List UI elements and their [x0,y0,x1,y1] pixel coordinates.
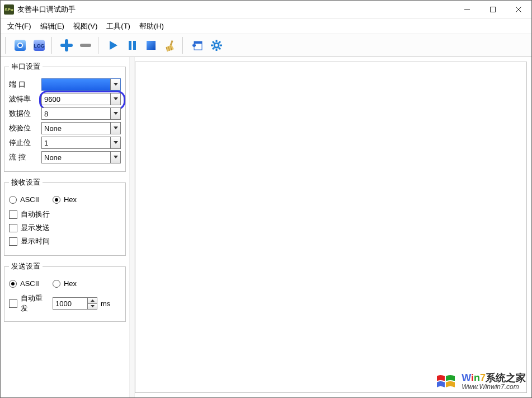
clear-button[interactable] [161,36,179,54]
interval-unit: ms [101,299,110,308]
baud-combo[interactable]: 9600 [41,93,121,105]
watermark-brand: Win7系统之家 [462,373,526,384]
watermark-url: Www.Winwin7.com [462,383,526,391]
watermark: Win7系统之家 Www.Winwin7.com [435,371,526,393]
svg-rect-15 [147,41,156,50]
checkbox-icon [9,299,17,308]
window-title: 友善串口调试助手 [17,4,76,15]
send-hex-label: Hex [64,279,77,288]
log-button[interactable]: LOG [30,36,48,54]
sidebar: 串口设置 端 口 波特率 9600 [1,57,129,397]
toolbar-divider-1 [51,37,54,54]
stopbits-value: 1 [44,139,48,147]
resend-interval-value: 1000 [55,299,72,308]
vertical-splitter[interactable] [129,57,135,397]
menu-edit[interactable]: 编辑(E) [37,20,68,32]
remove-button[interactable] [77,36,95,54]
parity-combo[interactable]: None [41,122,121,134]
stopbits-combo[interactable]: 1 [41,137,121,149]
send-hex-radio[interactable]: Hex [53,279,77,288]
recv-mode-group: ASCII Hex [9,195,121,204]
svg-marker-12 [110,41,117,50]
svg-marker-34 [114,83,118,86]
gear-icon [210,39,223,51]
settings-button[interactable] [208,36,225,54]
baud-label: 波特率 [9,94,38,104]
databits-label: 数据位 [9,109,38,119]
recv-hex-radio[interactable]: Hex [53,195,77,204]
menu-view[interactable]: 视图(V) [70,20,101,32]
receive-settings-panel: 接收设置 ASCII Hex 自动换行 [4,177,126,256]
menu-help[interactable]: 帮助(H) [136,20,167,32]
app-window: SPu 友善串口调试助手 文件(F) 编辑(E) 视图(V) 工具(T) 帮助(… [0,0,532,398]
chevron-down-icon [110,108,120,119]
show-send-checkbox[interactable]: 显示发送 [9,223,121,233]
maximize-button[interactable] [480,1,506,18]
send-mode-group: ASCII Hex [9,279,121,288]
checkbox-icon [9,237,17,246]
log-icon: LOG [32,39,46,52]
close-button[interactable] [506,1,531,18]
port-label: 端 口 [9,79,38,90]
svg-rect-13 [129,41,131,50]
show-time-checkbox[interactable]: 显示时间 [9,236,121,246]
spin-down-icon[interactable] [88,304,97,310]
stop-icon [145,39,157,51]
svg-rect-14 [133,41,136,50]
parity-row: 校验位 None [9,122,121,134]
recv-hex-label: Hex [64,195,77,204]
stop-button[interactable] [142,36,160,54]
spin-buttons[interactable] [87,298,97,309]
body: 串口设置 端 口 波特率 9600 [1,57,531,397]
radio-icon [53,196,60,204]
port-combo[interactable] [41,78,121,91]
svg-marker-17 [166,45,174,51]
send-ascii-radio[interactable]: ASCII [9,279,39,288]
flow-row: 流 控 None [9,151,121,163]
menu-file[interactable]: 文件(F) [4,20,35,32]
svg-line-31 [219,48,220,49]
minimize-button[interactable] [454,1,480,18]
window-controls [454,1,531,18]
svg-marker-37 [114,127,118,129]
pause-icon [126,39,138,51]
new-window-button[interactable] [189,36,206,54]
auto-resend-checkbox[interactable]: 自动重发 [9,293,49,313]
auto-wrap-checkbox[interactable]: 自动换行 [9,209,121,219]
broom-icon [164,39,176,51]
databits-combo[interactable]: 8 [41,107,121,120]
menu-tools[interactable]: 工具(T) [103,20,134,32]
send-settings-panel: 发送设置 ASCII Hex 自动重发 [4,261,126,322]
auto-wrap-label: 自动换行 [21,209,50,219]
svg-point-6 [18,44,22,47]
svg-marker-35 [114,97,118,100]
parity-label: 校验位 [9,123,38,133]
windows-flag-icon [435,371,457,393]
resend-interval-input[interactable]: 1000 [53,297,97,310]
port-row: 端 口 [9,78,121,91]
checkbox-icon [9,224,17,232]
receive-settings-legend: 接收设置 [9,177,43,188]
radio-icon [9,196,17,204]
auto-resend-row: 自动重发 1000 ms [9,293,121,313]
spin-up-icon[interactable] [88,298,97,304]
pause-button[interactable] [123,36,141,54]
chevron-down-icon [110,123,120,134]
chevron-down-icon [110,93,120,105]
recv-ascii-radio[interactable]: ASCII [9,195,39,204]
connect-icon [13,39,27,52]
play-button[interactable] [104,36,122,54]
send-settings-legend: 发送设置 [9,261,43,271]
svg-marker-36 [114,112,118,115]
flow-combo[interactable]: None [41,151,121,163]
baud-value: 9600 [44,95,60,104]
output-area[interactable] [135,62,527,393]
connect-button[interactable] [11,36,29,54]
chevron-down-icon [110,152,120,163]
databits-row: 数据位 8 [9,107,121,120]
radio-icon [9,280,17,288]
svg-line-32 [219,41,220,43]
add-button[interactable] [58,36,76,54]
stopbits-label: 停止位 [9,138,38,148]
minus-icon [79,39,92,51]
